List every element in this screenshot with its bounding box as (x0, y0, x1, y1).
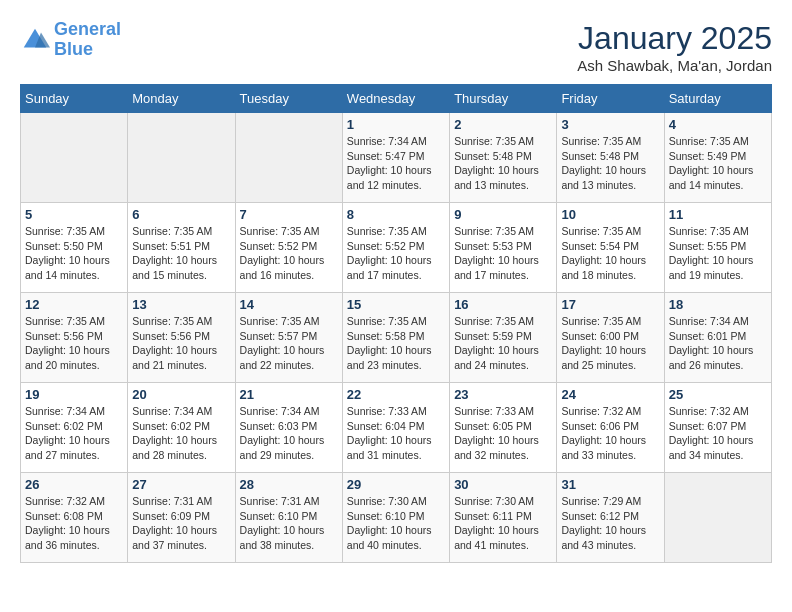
calendar-cell: 26Sunrise: 7:32 AM Sunset: 6:08 PM Dayli… (21, 473, 128, 563)
calendar-cell: 31Sunrise: 7:29 AM Sunset: 6:12 PM Dayli… (557, 473, 664, 563)
cell-info: Sunrise: 7:35 AM Sunset: 5:58 PM Dayligh… (347, 314, 445, 373)
calendar-week-row: 5Sunrise: 7:35 AM Sunset: 5:50 PM Daylig… (21, 203, 772, 293)
calendar-cell: 3Sunrise: 7:35 AM Sunset: 5:48 PM Daylig… (557, 113, 664, 203)
cell-info: Sunrise: 7:35 AM Sunset: 5:52 PM Dayligh… (347, 224, 445, 283)
title-block: January 2025 Ash Shawbak, Ma'an, Jordan (577, 20, 772, 74)
cell-info: Sunrise: 7:35 AM Sunset: 5:56 PM Dayligh… (25, 314, 123, 373)
day-number: 4 (669, 117, 767, 132)
day-number: 17 (561, 297, 659, 312)
cell-info: Sunrise: 7:29 AM Sunset: 6:12 PM Dayligh… (561, 494, 659, 553)
day-number: 1 (347, 117, 445, 132)
day-number: 8 (347, 207, 445, 222)
day-number: 20 (132, 387, 230, 402)
calendar-cell: 23Sunrise: 7:33 AM Sunset: 6:05 PM Dayli… (450, 383, 557, 473)
calendar-cell: 5Sunrise: 7:35 AM Sunset: 5:50 PM Daylig… (21, 203, 128, 293)
day-number: 23 (454, 387, 552, 402)
page-header: General Blue January 2025 Ash Shawbak, M… (20, 20, 772, 74)
cell-info: Sunrise: 7:33 AM Sunset: 6:05 PM Dayligh… (454, 404, 552, 463)
day-number: 24 (561, 387, 659, 402)
location: Ash Shawbak, Ma'an, Jordan (577, 57, 772, 74)
cell-info: Sunrise: 7:33 AM Sunset: 6:04 PM Dayligh… (347, 404, 445, 463)
cell-info: Sunrise: 7:35 AM Sunset: 5:55 PM Dayligh… (669, 224, 767, 283)
day-number: 6 (132, 207, 230, 222)
calendar-cell: 11Sunrise: 7:35 AM Sunset: 5:55 PM Dayli… (664, 203, 771, 293)
cell-info: Sunrise: 7:35 AM Sunset: 5:54 PM Dayligh… (561, 224, 659, 283)
day-number: 5 (25, 207, 123, 222)
calendar-cell: 6Sunrise: 7:35 AM Sunset: 5:51 PM Daylig… (128, 203, 235, 293)
calendar-cell: 14Sunrise: 7:35 AM Sunset: 5:57 PM Dayli… (235, 293, 342, 383)
day-number: 29 (347, 477, 445, 492)
calendar-cell: 18Sunrise: 7:34 AM Sunset: 6:01 PM Dayli… (664, 293, 771, 383)
calendar-cell: 12Sunrise: 7:35 AM Sunset: 5:56 PM Dayli… (21, 293, 128, 383)
calendar-cell: 13Sunrise: 7:35 AM Sunset: 5:56 PM Dayli… (128, 293, 235, 383)
cell-info: Sunrise: 7:31 AM Sunset: 6:09 PM Dayligh… (132, 494, 230, 553)
calendar-cell: 15Sunrise: 7:35 AM Sunset: 5:58 PM Dayli… (342, 293, 449, 383)
cell-info: Sunrise: 7:35 AM Sunset: 5:53 PM Dayligh… (454, 224, 552, 283)
calendar-cell: 29Sunrise: 7:30 AM Sunset: 6:10 PM Dayli… (342, 473, 449, 563)
cell-info: Sunrise: 7:34 AM Sunset: 6:03 PM Dayligh… (240, 404, 338, 463)
logo: General Blue (20, 20, 121, 60)
calendar-cell: 7Sunrise: 7:35 AM Sunset: 5:52 PM Daylig… (235, 203, 342, 293)
cell-info: Sunrise: 7:35 AM Sunset: 5:49 PM Dayligh… (669, 134, 767, 193)
calendar-cell: 8Sunrise: 7:35 AM Sunset: 5:52 PM Daylig… (342, 203, 449, 293)
calendar-cell: 28Sunrise: 7:31 AM Sunset: 6:10 PM Dayli… (235, 473, 342, 563)
calendar-cell: 1Sunrise: 7:34 AM Sunset: 5:47 PM Daylig… (342, 113, 449, 203)
calendar-cell: 2Sunrise: 7:35 AM Sunset: 5:48 PM Daylig… (450, 113, 557, 203)
cell-info: Sunrise: 7:31 AM Sunset: 6:10 PM Dayligh… (240, 494, 338, 553)
cell-info: Sunrise: 7:32 AM Sunset: 6:08 PM Dayligh… (25, 494, 123, 553)
cell-info: Sunrise: 7:35 AM Sunset: 5:59 PM Dayligh… (454, 314, 552, 373)
day-number: 22 (347, 387, 445, 402)
cell-info: Sunrise: 7:35 AM Sunset: 5:48 PM Dayligh… (561, 134, 659, 193)
day-number: 30 (454, 477, 552, 492)
calendar-cell: 16Sunrise: 7:35 AM Sunset: 5:59 PM Dayli… (450, 293, 557, 383)
calendar-cell: 17Sunrise: 7:35 AM Sunset: 6:00 PM Dayli… (557, 293, 664, 383)
cell-info: Sunrise: 7:30 AM Sunset: 6:11 PM Dayligh… (454, 494, 552, 553)
cell-info: Sunrise: 7:34 AM Sunset: 6:02 PM Dayligh… (132, 404, 230, 463)
calendar-cell (664, 473, 771, 563)
calendar-cell: 20Sunrise: 7:34 AM Sunset: 6:02 PM Dayli… (128, 383, 235, 473)
cell-info: Sunrise: 7:35 AM Sunset: 5:51 PM Dayligh… (132, 224, 230, 283)
day-number: 9 (454, 207, 552, 222)
cell-info: Sunrise: 7:35 AM Sunset: 5:48 PM Dayligh… (454, 134, 552, 193)
calendar-week-row: 12Sunrise: 7:35 AM Sunset: 5:56 PM Dayli… (21, 293, 772, 383)
day-number: 10 (561, 207, 659, 222)
calendar-cell (128, 113, 235, 203)
weekday-header: Thursday (450, 85, 557, 113)
cell-info: Sunrise: 7:35 AM Sunset: 5:57 PM Dayligh… (240, 314, 338, 373)
day-number: 15 (347, 297, 445, 312)
calendar-cell (21, 113, 128, 203)
calendar-cell: 19Sunrise: 7:34 AM Sunset: 6:02 PM Dayli… (21, 383, 128, 473)
calendar-table: SundayMondayTuesdayWednesdayThursdayFrid… (20, 84, 772, 563)
day-number: 18 (669, 297, 767, 312)
logo-icon (20, 25, 50, 55)
calendar-week-row: 1Sunrise: 7:34 AM Sunset: 5:47 PM Daylig… (21, 113, 772, 203)
day-number: 3 (561, 117, 659, 132)
cell-info: Sunrise: 7:32 AM Sunset: 6:06 PM Dayligh… (561, 404, 659, 463)
day-number: 2 (454, 117, 552, 132)
day-number: 14 (240, 297, 338, 312)
cell-info: Sunrise: 7:35 AM Sunset: 5:52 PM Dayligh… (240, 224, 338, 283)
day-number: 26 (25, 477, 123, 492)
cell-info: Sunrise: 7:35 AM Sunset: 5:50 PM Dayligh… (25, 224, 123, 283)
calendar-cell: 9Sunrise: 7:35 AM Sunset: 5:53 PM Daylig… (450, 203, 557, 293)
cell-info: Sunrise: 7:30 AM Sunset: 6:10 PM Dayligh… (347, 494, 445, 553)
calendar-cell: 25Sunrise: 7:32 AM Sunset: 6:07 PM Dayli… (664, 383, 771, 473)
cell-info: Sunrise: 7:35 AM Sunset: 5:56 PM Dayligh… (132, 314, 230, 373)
calendar-cell (235, 113, 342, 203)
calendar-cell: 24Sunrise: 7:32 AM Sunset: 6:06 PM Dayli… (557, 383, 664, 473)
calendar-cell: 22Sunrise: 7:33 AM Sunset: 6:04 PM Dayli… (342, 383, 449, 473)
weekday-header: Sunday (21, 85, 128, 113)
calendar-cell: 10Sunrise: 7:35 AM Sunset: 5:54 PM Dayli… (557, 203, 664, 293)
weekday-header-row: SundayMondayTuesdayWednesdayThursdayFrid… (21, 85, 772, 113)
day-number: 11 (669, 207, 767, 222)
cell-info: Sunrise: 7:35 AM Sunset: 6:00 PM Dayligh… (561, 314, 659, 373)
day-number: 19 (25, 387, 123, 402)
calendar-week-row: 19Sunrise: 7:34 AM Sunset: 6:02 PM Dayli… (21, 383, 772, 473)
day-number: 21 (240, 387, 338, 402)
calendar-cell: 27Sunrise: 7:31 AM Sunset: 6:09 PM Dayli… (128, 473, 235, 563)
month-title: January 2025 (577, 20, 772, 57)
weekday-header: Saturday (664, 85, 771, 113)
day-number: 25 (669, 387, 767, 402)
calendar-cell: 4Sunrise: 7:35 AM Sunset: 5:49 PM Daylig… (664, 113, 771, 203)
logo-text: General Blue (54, 20, 121, 60)
